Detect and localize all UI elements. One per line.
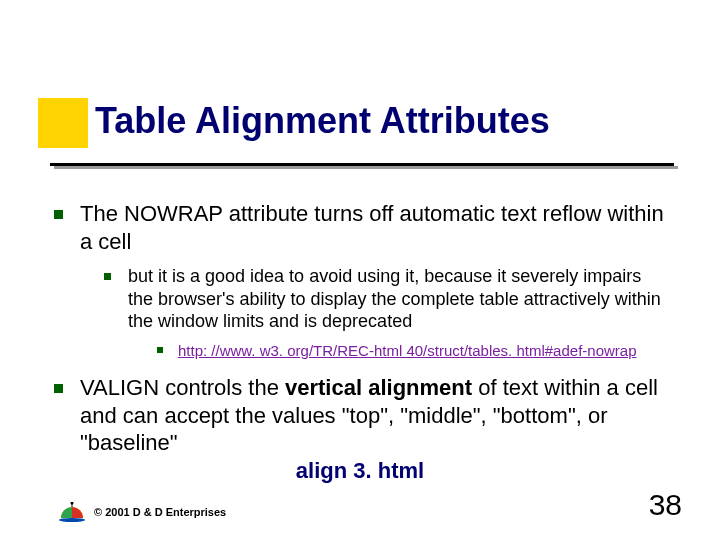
bullet-text-pre: VALIGN controls the — [80, 375, 285, 400]
filename-label: align 3. html — [0, 458, 720, 484]
slide-title: Table Alignment Attributes — [95, 100, 550, 142]
bullet-nowrap: The NOWRAP attribute turns off automatic… — [50, 200, 665, 360]
footer: © 2001 D & D Enterprises — [58, 502, 226, 522]
beanie-icon — [58, 502, 86, 522]
bullet-text: The NOWRAP attribute turns off automatic… — [80, 201, 664, 254]
title-accent-square — [38, 98, 88, 148]
sub-bullet-text: but it is a good idea to avoid using it,… — [128, 266, 661, 331]
copyright-text: © 2001 D & D Enterprises — [94, 506, 226, 518]
slide: Table Alignment Attributes The NOWRAP at… — [0, 0, 720, 540]
sub-sub-bullet-link: http: //www. w3. org/TR/REC-html 40/stru… — [154, 341, 665, 361]
bullet-text-bold: vertical alignment — [285, 375, 472, 400]
svg-point-0 — [59, 518, 85, 522]
svg-point-2 — [71, 502, 74, 505]
page-number: 38 — [649, 488, 682, 522]
title-underline — [50, 160, 680, 186]
sub-bullet-nowrap-caveat: but it is a good idea to avoid using it,… — [100, 265, 665, 360]
slide-body: The NOWRAP attribute turns off automatic… — [50, 200, 665, 471]
spec-link[interactable]: http: //www. w3. org/TR/REC-html 40/stru… — [178, 342, 637, 359]
bullet-valign: VALIGN controls the vertical alignment o… — [50, 374, 665, 457]
